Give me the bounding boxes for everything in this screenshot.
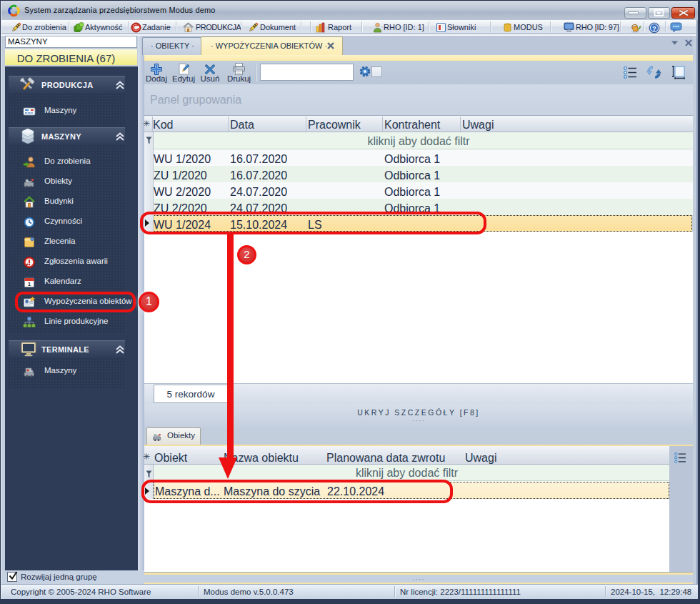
svg-text:1: 1 [28, 281, 31, 287]
svg-text:?: ? [652, 24, 656, 32]
